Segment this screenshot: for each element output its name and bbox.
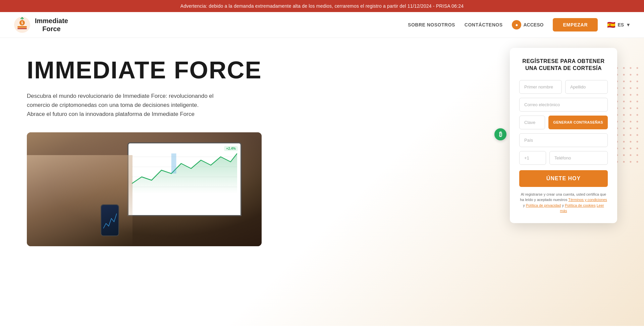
empezar-button[interactable]: EMPEZAR: [553, 18, 598, 31]
svg-point-46: [637, 101, 638, 103]
svg-point-81: [630, 141, 632, 143]
svg-point-69: [630, 128, 632, 129]
svg-point-45: [630, 101, 632, 103]
svg-point-26: [623, 81, 625, 82]
svg-point-57: [630, 114, 632, 116]
svg-point-86: [623, 148, 625, 149]
phone-input[interactable]: [549, 151, 608, 165]
svg-point-63: [630, 121, 632, 123]
password-row: GENERAR CONTRASEÑAS: [519, 116, 608, 129]
privacy-link[interactable]: Política de privacidad: [526, 203, 561, 207]
join-button[interactable]: ÚNETE HOY: [519, 170, 608, 187]
warning-text: Advertencia: debido a la demanda extrema…: [180, 3, 464, 9]
navbar-links: SOBRE NOSOTROS CONTÁCTENOS ● ACCESO EMPE…: [408, 18, 631, 31]
first-name-input[interactable]: [519, 80, 562, 94]
svg-point-28: [637, 81, 638, 82]
svg-rect-2: [17, 28, 27, 29]
svg-point-58: [637, 114, 638, 116]
svg-point-20: [623, 74, 625, 76]
svg-point-50: [623, 108, 625, 109]
svg-point-27: [630, 81, 632, 82]
chart-svg: [132, 147, 237, 194]
password-input[interactable]: [519, 116, 545, 129]
svg-point-15: [630, 67, 632, 69]
svg-rect-10: [171, 153, 176, 174]
form-title: REGÍSTRESE PARA OBTENER UNA CUENTA DE CO…: [519, 58, 608, 72]
svg-point-68: [623, 128, 625, 129]
svg-point-38: [623, 94, 625, 96]
terms-link[interactable]: Términos y condiciones: [568, 198, 607, 202]
svg-text:$: $: [21, 21, 23, 25]
acceso-icon: ●: [512, 20, 521, 29]
svg-point-51: [630, 108, 632, 109]
nav-contactenos[interactable]: CONTÁCTENOS: [465, 22, 503, 27]
hero-content: IMMEDIATE FORCE Descubra el mundo revolu…: [27, 58, 282, 246]
hero-title: IMMEDIATE FORCE: [27, 58, 282, 82]
name-row: [519, 80, 608, 94]
hero-image: +2.4%: [27, 132, 262, 246]
svg-point-32: [623, 87, 625, 89]
svg-point-74: [623, 134, 625, 136]
hero-section: IMMEDIATE FORCE Descubra el mundo revolu…: [0, 38, 644, 326]
svg-point-93: [630, 154, 632, 156]
svg-point-16: [637, 67, 638, 69]
generate-password-button[interactable]: GENERAR CONTRASEÑAS: [548, 116, 608, 129]
hero-description: Descubra el mundo revolucionario de Imme…: [27, 91, 215, 119]
svg-point-80: [623, 141, 625, 143]
form-disclaimer: Al registrarse y crear una cuenta, usted…: [519, 192, 608, 214]
warning-banner: Advertencia: debido a la demanda extrema…: [0, 0, 644, 12]
brand-name: Immediate Force: [35, 17, 68, 33]
country-row: [519, 133, 608, 147]
brand-logo[interactable]: $ Immediate Force: [13, 16, 68, 34]
last-name-input[interactable]: [565, 80, 608, 94]
phone-row: [519, 151, 608, 165]
phone-code-input[interactable]: [519, 151, 546, 165]
email-input[interactable]: [519, 98, 608, 112]
logo-icon: $: [13, 16, 31, 34]
svg-point-64: [637, 121, 638, 123]
svg-point-87: [630, 148, 632, 149]
svg-point-40: [637, 94, 638, 96]
svg-point-88: [637, 148, 638, 149]
chevron-down-icon: ▼: [626, 22, 631, 27]
bitcoin-float-icon: ₿: [494, 128, 506, 140]
svg-point-62: [623, 121, 625, 123]
lang-selector[interactable]: 🇪🇸 ES ▼: [607, 21, 631, 29]
svg-point-98: [623, 161, 625, 163]
laptop-screen: +2.4%: [127, 142, 241, 216]
svg-point-100: [637, 161, 638, 163]
svg-point-94: [637, 154, 638, 156]
chart-area: +2.4%: [128, 143, 240, 215]
nav-acceso[interactable]: ● ACCESO: [512, 20, 543, 29]
svg-point-92: [623, 154, 625, 156]
svg-point-70: [637, 128, 638, 129]
nav-sobre-nosotros[interactable]: SOBRE NOSOTROS: [408, 22, 455, 27]
svg-point-39: [630, 94, 632, 96]
navbar: $ Immediate Force SOBRE NOSOTROS CONTÁCT…: [0, 12, 644, 38]
svg-point-56: [623, 114, 625, 116]
svg-marker-9: [132, 153, 237, 194]
svg-point-44: [623, 101, 625, 103]
svg-point-22: [637, 74, 638, 76]
svg-point-76: [637, 134, 638, 136]
email-row: [519, 98, 608, 112]
svg-point-33: [630, 87, 632, 89]
svg-point-82: [637, 141, 638, 143]
svg-point-52: [637, 108, 638, 109]
country-input[interactable]: [519, 133, 608, 147]
svg-point-99: [630, 161, 632, 163]
lang-label: ES: [618, 22, 624, 27]
svg-rect-1: [17, 26, 27, 28]
svg-point-21: [630, 74, 632, 76]
registration-form: REGÍSTRESE PARA OBTENER UNA CUENTA DE CO…: [510, 48, 617, 223]
svg-point-34: [637, 87, 638, 89]
svg-point-14: [623, 67, 625, 69]
svg-point-75: [630, 134, 632, 136]
acceso-label: ACCESO: [523, 22, 543, 27]
cookies-link[interactable]: Política de cookies: [565, 203, 596, 207]
flag-icon: 🇪🇸: [607, 21, 615, 29]
